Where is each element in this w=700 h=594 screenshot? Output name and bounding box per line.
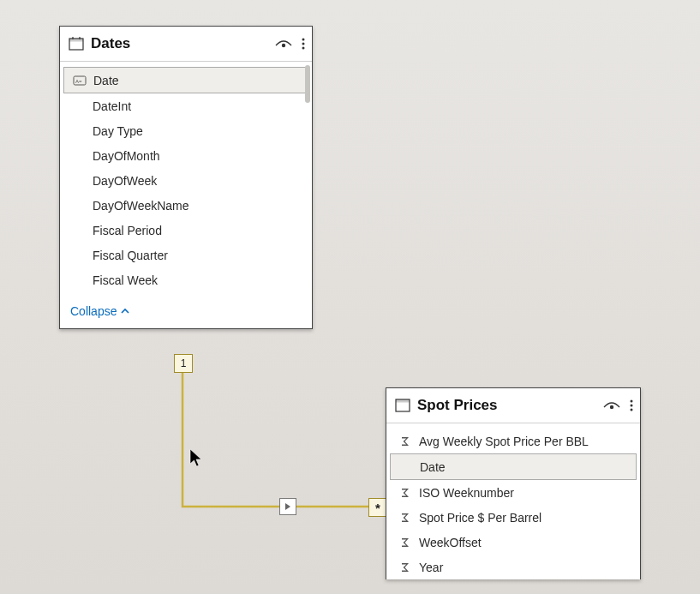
field-label: Date — [415, 460, 446, 474]
mouse-cursor-icon — [189, 448, 205, 469]
more-options-icon[interactable] — [302, 37, 305, 51]
field-label: DateInt — [87, 99, 131, 113]
field-label: Fiscal Period — [87, 224, 162, 237]
visibility-icon[interactable] — [602, 399, 621, 412]
field-label: Fiscal Quarter — [87, 249, 168, 262]
field-label: Fiscal Week — [87, 273, 158, 287]
table-header-dates[interactable]: Dates — [60, 27, 312, 62]
svg-point-12 — [610, 405, 613, 409]
table-card-dates[interactable]: Dates A=DateDateIntDay TypeDayOfMonthDay… — [59, 26, 313, 329]
model-canvas[interactable]: 1 * Dates — [0, 0, 700, 594]
cardinality-one-endpoint[interactable]: 1 — [174, 354, 193, 373]
field-label: Avg Weekly Spot Price Per BBL — [414, 435, 589, 448]
field-row[interactable]: DayOfWeekName — [63, 193, 308, 218]
svg-rect-11 — [396, 399, 410, 403]
table-header-spot-prices[interactable]: Spot Prices — [386, 388, 640, 423]
table-card-spot-prices[interactable]: Spot Prices Avg Weekly Spot Price Per BB… — [386, 387, 641, 579]
table-title-spot-prices: Spot Prices — [417, 397, 595, 414]
field-row[interactable]: DayOfMonth — [63, 143, 308, 168]
play-right-icon — [284, 502, 292, 511]
field-row[interactable]: WeekOffset — [390, 530, 637, 555]
field-list-dates: A=DateDateIntDay TypeDayOfMonthDayOfWeek… — [60, 62, 312, 296]
key-field-icon: A= — [71, 75, 88, 86]
field-row[interactable]: Year — [390, 555, 637, 579]
field-row[interactable]: ISO Weeknumber — [390, 480, 637, 505]
field-row[interactable]: Fiscal Week — [63, 267, 308, 292]
field-label: Date — [88, 74, 119, 87]
collapse-button[interactable]: Collapse — [60, 296, 312, 328]
field-row[interactable]: Fiscal Period — [63, 218, 308, 243]
field-row[interactable]: Avg Weekly Spot Price Per BBL — [390, 429, 637, 453]
field-label: DayOfMonth — [87, 149, 160, 163]
field-label: DayOfWeekName — [87, 199, 189, 213]
field-label: ISO Weeknumber — [414, 486, 514, 500]
filter-direction-indicator[interactable] — [279, 498, 296, 515]
field-row[interactable]: DayOfWeek — [63, 168, 308, 193]
cardinality-many-label: * — [375, 501, 380, 515]
cardinality-one-label: 1 — [181, 357, 187, 369]
date-table-icon — [69, 36, 84, 51]
field-list-spot-prices: Avg Weekly Spot Price Per BBLDateISO Wee… — [386, 423, 640, 579]
svg-point-15 — [631, 409, 633, 411]
field-row[interactable]: Day Type — [63, 118, 308, 143]
chevron-up-icon — [120, 307, 130, 315]
collapse-label: Collapse — [70, 304, 117, 318]
sigma-icon — [397, 487, 414, 499]
sigma-icon — [397, 512, 414, 524]
sigma-icon — [397, 537, 414, 549]
field-row[interactable]: Date — [390, 453, 637, 480]
table-title-dates: Dates — [91, 35, 267, 52]
field-label: WeekOffset — [414, 536, 482, 549]
table-icon — [395, 398, 410, 413]
scrollbar-thumb[interactable] — [305, 65, 310, 103]
sigma-icon — [397, 561, 414, 573]
svg-point-4 — [282, 44, 285, 47]
svg-text:A=: A= — [75, 78, 82, 83]
field-row[interactable]: A=Date — [63, 67, 308, 93]
field-label: Day Type — [87, 124, 143, 138]
sigma-icon — [397, 435, 414, 447]
more-options-icon[interactable] — [630, 399, 633, 412]
field-row[interactable]: Spot Price $ Per Barrel — [390, 505, 637, 530]
svg-point-5 — [302, 39, 305, 41]
field-row[interactable]: DateInt — [63, 93, 308, 118]
svg-rect-1 — [69, 39, 83, 42]
svg-point-7 — [302, 47, 305, 50]
field-row[interactable]: Fiscal Quarter — [63, 243, 308, 267]
field-label: DayOfWeek — [87, 174, 157, 188]
svg-point-6 — [302, 43, 305, 45]
field-label: Spot Price $ Per Barrel — [414, 511, 541, 525]
svg-point-13 — [631, 400, 633, 403]
visibility-icon[interactable] — [274, 37, 293, 51]
cardinality-many-endpoint[interactable]: * — [368, 498, 387, 517]
field-label: Year — [414, 561, 443, 574]
svg-point-14 — [631, 405, 633, 407]
